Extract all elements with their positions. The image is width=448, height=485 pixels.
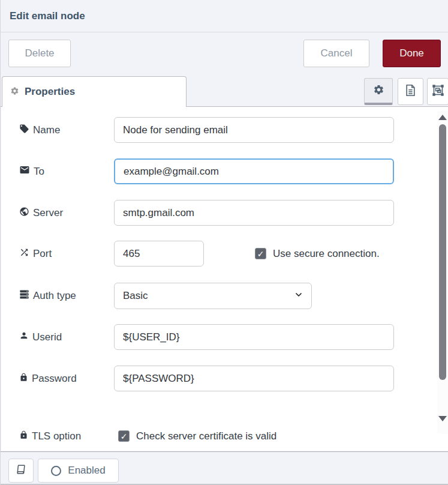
enabled-toggle-button[interactable]: Enabled	[38, 459, 119, 483]
properties-tab-button[interactable]	[364, 78, 393, 105]
envelope-icon	[19, 164, 30, 178]
docs-button[interactable]	[8, 459, 34, 483]
userid-label: Userid	[32, 331, 62, 343]
server-stack-icon	[19, 289, 29, 303]
book-icon	[16, 464, 26, 477]
enabled-label: Enabled	[68, 465, 105, 477]
form-row-name: Name	[1, 117, 448, 143]
password-input[interactable]	[114, 366, 394, 391]
server-input[interactable]	[114, 200, 394, 226]
tls-verify-label: Check server certificate is valid	[136, 430, 276, 442]
scroll-up-arrow-icon[interactable]	[438, 115, 447, 120]
tab-properties-label: Properties	[25, 86, 75, 98]
circle-icon	[51, 466, 61, 476]
user-icon	[19, 331, 29, 343]
globe-icon	[19, 206, 29, 220]
name-label: Name	[33, 124, 60, 136]
auth-type-value: Basic	[123, 290, 148, 302]
form-row-to: To	[1, 158, 448, 184]
description-tab-button[interactable]	[398, 78, 423, 105]
form-row-password: Password	[1, 366, 448, 391]
tls-option-label: TLS option	[32, 430, 81, 442]
scrollbar-thumb[interactable]	[439, 124, 446, 380]
userid-input[interactable]	[114, 324, 394, 350]
dialog-header: Edit email node	[1, 0, 448, 32]
secure-connection-label: Use secure connection.	[273, 248, 380, 260]
server-label: Server	[33, 207, 63, 219]
scroll-down-arrow-icon[interactable]	[438, 416, 447, 421]
tab-properties[interactable]: Properties	[2, 76, 187, 107]
port-input[interactable]	[114, 241, 204, 267]
form-row-server: Server	[1, 200, 448, 226]
form-row-userid: Userid	[1, 324, 448, 350]
to-input[interactable]	[114, 158, 394, 184]
edit-email-node-dialog: Edit email node Delete Cancel Done Prope…	[0, 0, 448, 485]
auth-type-select[interactable]: Basic	[114, 283, 312, 309]
tag-icon	[19, 124, 29, 137]
tab-bar: Properties	[1, 76, 448, 107]
secure-connection-checkbox[interactable]: ✓	[255, 248, 266, 259]
auth-type-label: Auth type	[33, 290, 76, 302]
port-label: Port	[33, 248, 52, 260]
document-icon	[405, 84, 416, 99]
name-input[interactable]	[114, 117, 394, 143]
form-row-auth-type: Auth type Basic	[1, 283, 448, 309]
lock-icon	[19, 430, 28, 442]
form-scroll-area: Name To Server Port	[1, 107, 448, 451]
gear-icon	[373, 84, 384, 98]
form-row-port: Port ✓ Use secure connection.	[1, 241, 448, 267]
dialog-title: Edit email node	[10, 10, 85, 22]
chevron-down-icon	[294, 290, 303, 303]
gear-icon	[10, 86, 19, 98]
password-label: Password	[32, 373, 77, 385]
form-row-tls-option: TLS option ✓ Check server certificate is…	[1, 423, 448, 449]
dialog-footer: Enabled	[1, 451, 448, 485]
secure-connection-option: ✓ Use secure connection.	[255, 241, 380, 267]
shuffle-icon	[19, 247, 29, 261]
delete-button[interactable]: Delete	[8, 40, 71, 67]
tls-verify-checkbox[interactable]: ✓	[118, 430, 130, 442]
lock-icon	[19, 373, 28, 385]
object-group-icon	[432, 84, 444, 99]
done-button[interactable]: Done	[383, 40, 441, 67]
tls-verify-option: ✓ Check server certificate is valid	[118, 423, 276, 449]
scrollbar[interactable]	[437, 111, 448, 434]
cancel-button[interactable]: Cancel	[303, 40, 369, 67]
to-label: To	[34, 166, 44, 178]
appearance-tab-button[interactable]	[427, 78, 448, 105]
